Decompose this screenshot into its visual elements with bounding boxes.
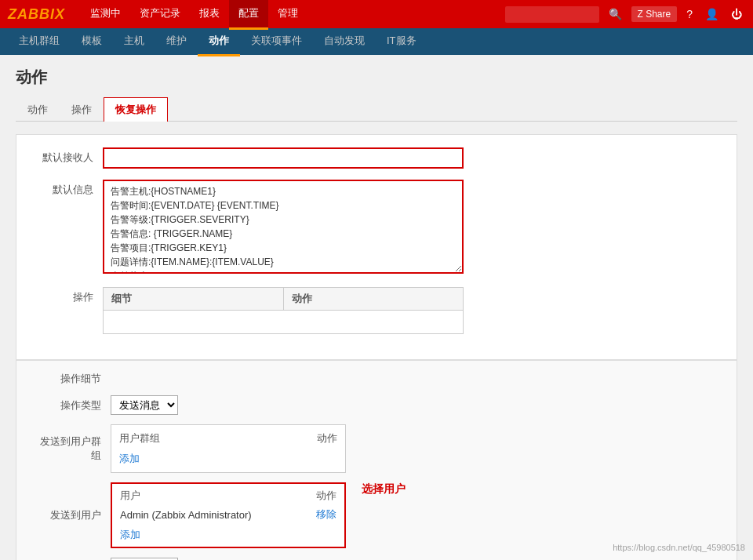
recipient-input[interactable]: 恢复{TRIGGER.STATUS}, 服务器:{HOSTNAME1}: {TR… — [103, 147, 464, 169]
sub-menu-discovery[interactable]: 自动发现 — [313, 27, 376, 56]
user-admin-row: Admin (Zabbix Administrator) 移除 — [120, 507, 336, 522]
add-group-link[interactable]: 添加 — [119, 452, 140, 466]
user-col-action: 动作 — [274, 489, 336, 503]
user-group-area: 用户群组 动作 添加 — [111, 424, 346, 473]
logo-text: ZABBIX — [8, 6, 65, 22]
logo: ZABBIX — [8, 6, 65, 23]
user-icon[interactable]: 👤 — [702, 6, 722, 22]
menu-item-config[interactable]: 配置 — [229, 0, 268, 30]
tab-recovery[interactable]: 恢复操作 — [104, 97, 168, 122]
ops-empty-row — [104, 311, 464, 334]
help-icon[interactable]: ? — [683, 6, 696, 22]
message-label: 默认信息 — [32, 180, 103, 197]
tab-bar: 动作 操作 恢复操作 — [16, 97, 737, 122]
watermark: https://blog.csdn.net/qq_45980518 — [613, 543, 745, 552]
menu-item-admin[interactable]: 管理 — [268, 0, 307, 30]
user-group-header: 用户群组 动作 — [119, 431, 337, 445]
op-type-select-row: 操作类型 发送消息远程命令 — [32, 395, 721, 415]
sub-menu-corr[interactable]: 关联项事件 — [240, 27, 313, 56]
user-group-col-action: 动作 — [228, 431, 337, 445]
search-icon[interactable]: 🔍 — [606, 6, 625, 22]
ops-label: 操作 — [32, 287, 103, 304]
op-details-section: 操作细节 操作类型 发送消息远程命令 发送到用户群组 用户群组 动作 添加 发送… — [16, 360, 737, 560]
add-user-link[interactable]: 添加 — [120, 528, 140, 542]
tab-operation[interactable]: 操作 — [60, 97, 104, 122]
tab-action[interactable]: 动作 — [16, 97, 60, 122]
ops-col-detail: 细节 — [104, 288, 284, 311]
user-area: 用户 动作 Admin (Zabbix Administrator) 移除 添加 — [111, 482, 346, 548]
user-group-col-group: 用户群组 — [119, 431, 228, 445]
power-icon[interactable]: ⏻ — [728, 6, 745, 22]
top-right-controls: 🔍 Z Share ? 👤 ⏻ — [505, 6, 745, 23]
sub-menu: 主机群组 模板 主机 维护 动作 关联项事件 自动发现 IT服务 — [8, 27, 427, 56]
user-header: 用户 动作 — [120, 489, 336, 503]
send-to-group-row: 发送到用户群组 用户群组 动作 添加 — [32, 424, 721, 473]
ops-col-action: 动作 — [283, 288, 464, 311]
ops-row: 操作 细节 动作 — [32, 287, 721, 336]
search-input[interactable] — [505, 6, 599, 23]
send-to-user-row: 发送到用户 用户 动作 Admin (Zabbix Administrator)… — [32, 482, 721, 548]
message-control — [103, 180, 721, 276]
recipient-row: 默认接收人 恢复{TRIGGER.STATUS}, 服务器:{HOSTNAME1… — [32, 147, 721, 169]
sub-nav: 主机群组 模板 主机 维护 动作 关联项事件 自动发现 IT服务 — [0, 28, 753, 55]
user-admin-name: Admin (Zabbix Administrator) — [120, 509, 316, 521]
op-type-row: 操作细节 — [32, 372, 721, 386]
op-type-label: 操作类型 — [32, 398, 111, 413]
op-type-select[interactable]: 发送消息远程命令 — [111, 395, 178, 415]
op-details-label: 操作细节 — [32, 372, 111, 386]
message-row: 默认信息 — [32, 180, 721, 276]
sub-menu-actions[interactable]: 动作 — [198, 27, 240, 56]
send-to-group-label: 发送到用户群组 — [32, 435, 111, 463]
remove-user-link[interactable]: 移除 — [316, 507, 336, 522]
recipient-control: 恢复{TRIGGER.STATUS}, 服务器:{HOSTNAME1}: {TR… — [103, 147, 721, 169]
sub-menu-template[interactable]: 模板 — [71, 27, 113, 56]
form-section: 默认接收人 恢复{TRIGGER.STATUS}, 服务器:{HOSTNAME1… — [16, 134, 737, 360]
message-textarea[interactable] — [103, 180, 464, 274]
user-area-container: 用户 动作 Admin (Zabbix Administrator) 移除 添加… — [111, 482, 406, 548]
page-content: 动作 动作 操作 恢复操作 默认接收人 恢复{TRIGGER.STATUS}, … — [0, 55, 753, 560]
zshare-button[interactable]: Z Share — [631, 6, 678, 22]
ops-table: 细节 动作 — [103, 287, 464, 334]
recipient-label: 默认接收人 — [32, 147, 103, 165]
sub-menu-host[interactable]: 主机 — [113, 27, 155, 56]
menu-item-monitor[interactable]: 监测中 — [81, 0, 130, 30]
top-nav: ZABBIX 监测中 资产记录 报表 配置 管理 🔍 Z Share ? 👤 ⏻ — [0, 0, 753, 28]
sub-menu-maintenance[interactable]: 维护 — [155, 27, 198, 56]
user-col-user: 用户 — [120, 489, 274, 503]
select-user-button[interactable]: 选择用户 — [362, 482, 406, 496]
send-to-user-label: 发送到用户 — [32, 508, 111, 522]
top-menu: 监测中 资产记录 报表 配置 管理 — [81, 0, 307, 30]
menu-item-reports[interactable]: 报表 — [190, 0, 229, 30]
page-title: 动作 — [16, 67, 737, 88]
sub-menu-hostgroup[interactable]: 主机群组 — [8, 27, 71, 56]
sub-menu-it[interactable]: IT服务 — [376, 27, 427, 56]
ops-control: 细节 动作 — [103, 287, 721, 336]
menu-item-assets[interactable]: 资产记录 — [130, 0, 190, 30]
